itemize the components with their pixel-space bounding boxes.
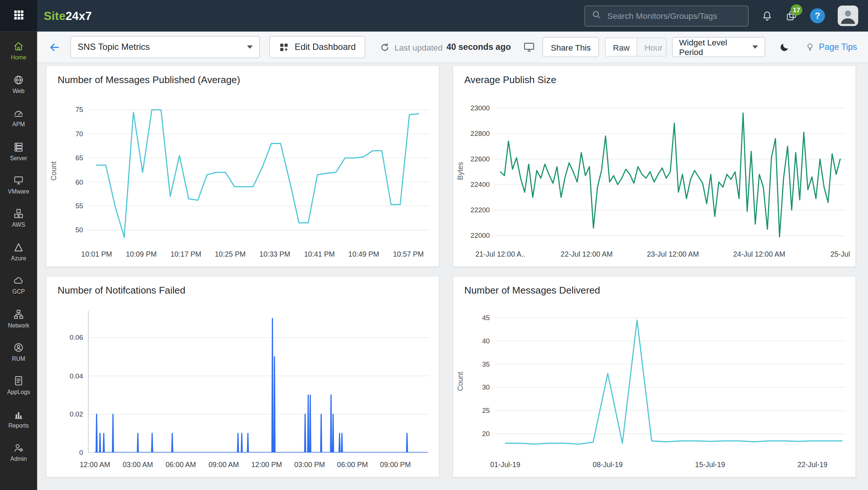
share-this-button[interactable]: Share This [543,37,599,57]
sidebar-item-label: Web [13,88,24,94]
back-arrow-icon [48,41,61,54]
sidebar-item-label: RUM [12,356,25,361]
network-tree-icon [13,308,25,320]
home-icon [13,41,25,52]
y-axis-tick-label: 65 [75,154,83,162]
top-navigation-bar: Site24x7 17 ? [0,0,868,32]
sidebar-item-label: Network [8,322,29,328]
waffle-menu-icon [13,8,25,23]
sidebar-item-aws[interactable]: AWS [0,201,37,234]
chart-plot-area [88,100,429,242]
x-axis-tick-label: 01-Jul-19 [490,460,520,469]
sidebar-item-home[interactable]: Home [0,34,37,68]
y-axis-tick-label: 0.04 [69,372,83,380]
raw-label: Raw [613,42,630,52]
chart-plot-area [495,311,846,453]
person-silhouette-icon [839,7,857,25]
y-axis-tick-label: 50 [75,226,83,234]
sidebar-item-label: APM [12,121,25,127]
raw-segment[interactable]: Raw [606,38,638,56]
widget-level-period-value: Widget Level Period [679,38,747,56]
y-axis-tick-label: 22800 [471,130,490,137]
x-axis-tick-labels: 10:01 PM10:09 PM10:17 PM10:25 PM10:33 PM… [88,250,429,260]
sidebar-item-admin[interactable]: Admin [0,435,37,469]
y-axis-tick-label: 40 [482,337,490,345]
x-axis-tick-label: 10:25 PM [215,250,245,258]
sidebar-item-vmware[interactable]: VMware [0,168,37,201]
search-input[interactable] [606,11,741,21]
document-lines-icon [13,375,25,387]
x-axis-tick-labels: 12:00 AM03:00 AM06:00 AM09:00 AM12:00 PM… [88,460,429,470]
sidebar-item-label: Server [10,155,27,161]
line-chart: Count 202530354045 01-Jul-1908-Jul-1915-… [453,302,855,477]
site24x7-logo[interactable]: Site24x7 [44,9,92,23]
server-stack-icon [13,141,25,153]
x-axis-tick-label: 12:00 PM [251,460,282,469]
sidebar-item-label: GCP [12,289,25,295]
last-updated-value: 40 seconds ago [447,42,511,52]
widget-notifications-failed: Number of Notifcations Failed 00.020.040… [46,276,440,477]
x-axis-tick-label: 21-Jul 12:00 A.. [475,250,526,258]
line-chart: Count 505560657075 10:01 PM10:09 PM10:17… [47,92,439,267]
sidebar-item-server[interactable]: Server [0,134,37,168]
dashboard-widget-grid: Number of Messages Published (Average) C… [37,63,868,490]
sidebar-item-gcp[interactable]: GCP [0,268,37,302]
tasks-notifications-button[interactable]: 17 [786,10,797,22]
sidebar-item-azure[interactable]: Azure [0,234,37,268]
question-mark-icon: ? [815,11,820,21]
logo-24x7-text: 24x7 [65,9,92,22]
x-axis-tick-labels: 01-Jul-1908-Jul-1915-Jul-1922-Jul-19 [495,460,846,470]
sidebar-item-web[interactable]: Web [0,67,37,101]
y-axis-tick-label: 55 [75,202,83,210]
sidebar-item-rum[interactable]: RUM [0,335,37,369]
global-search-box[interactable] [585,5,749,26]
edit-dashboard-grid-icon [278,42,289,52]
raw-hour-toggle: Raw Hour [605,38,666,56]
x-axis-tick-label: 03:00 PM [294,460,325,469]
sidebar-item-reports[interactable]: Reports [0,402,37,435]
sidebar-item-label: AWS [12,222,25,228]
widget-messages-published: Number of Messages Published (Average) C… [46,65,440,267]
x-axis-tick-label: 15-Jul-19 [695,460,725,469]
cloud-icon [13,275,25,287]
logo-site-text: Site [44,9,66,22]
alarms-bell-button[interactable] [761,10,773,22]
dashboard-selector-dropdown[interactable]: SNS Topic Metrics [71,36,260,58]
refresh-button[interactable] [380,42,390,52]
y-axis-tick-label: 22600 [471,155,490,163]
sidebar-item-network[interactable]: Network [0,301,37,335]
sidebar-item-apm[interactable]: APM [0,101,37,134]
y-axis-tick-label: 22400 [471,181,490,188]
back-button[interactable] [48,41,61,54]
hour-segment[interactable]: Hour [638,38,666,56]
y-axis-tick-label: 70 [75,130,83,138]
widget-average-publish-size: Average Publish Size Bytes 2200022200224… [453,65,856,267]
sidebar-item-applogs[interactable]: AppLogs [0,368,37,402]
x-axis-tick-label: 10:33 PM [259,250,290,258]
widget-level-period-dropdown[interactable]: Widget Level Period [672,37,765,57]
app-grid-button[interactable] [0,0,37,32]
page-tips-link[interactable]: Page Tips [805,42,857,52]
user-avatar[interactable] [838,6,858,26]
monitor-icon [13,175,25,186]
y-axis-tick-labels: 220002220022400226002280023000 [453,100,490,242]
dark-mode-toggle[interactable] [779,42,790,52]
content-area: SNS Topic Metrics Edit Dashboard Last up… [37,32,868,490]
chevron-down-icon [752,45,758,49]
widget-messages-delivered: Number of Messages Delivered Count 20253… [453,276,856,477]
edit-dashboard-button[interactable]: Edit Dashboard [269,36,365,58]
gauge-icon [13,107,25,119]
topbar-right-group: 17 ? [585,5,868,26]
tv-mode-button[interactable] [523,41,535,53]
y-axis-tick-label: 30 [482,384,490,391]
sidebar-item-label: Home [11,55,26,61]
x-axis-tick-label: 10:09 PM [126,250,157,258]
line-chart: Bytes 220002220022400226002280023000 21-… [453,92,855,267]
refresh-icon [380,42,390,52]
x-axis-tick-label: 10:01 PM [81,250,112,258]
y-axis-tick-labels: 00.020.040.06 [47,311,83,453]
x-axis-tick-label: 06:00 PM [337,460,368,469]
x-axis-tick-label: 03:00 AM [123,460,153,469]
help-button[interactable]: ? [810,8,825,24]
y-axis-tick-label: 25 [482,407,490,415]
